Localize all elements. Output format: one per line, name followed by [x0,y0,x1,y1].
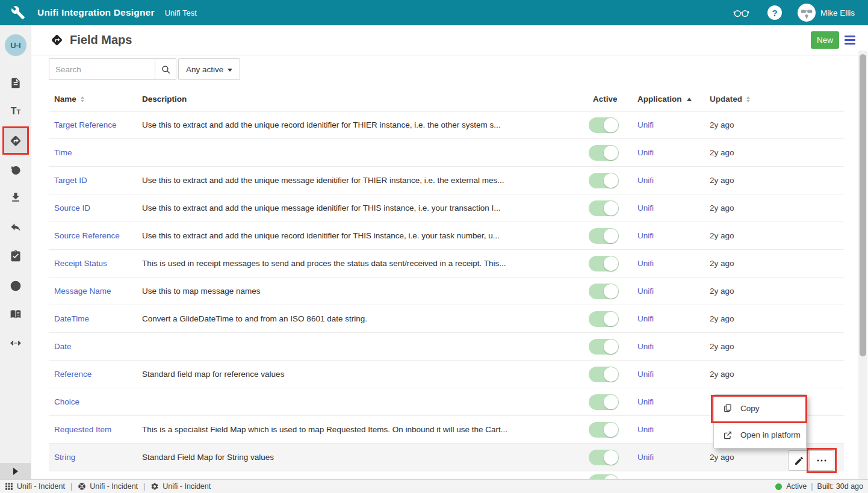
active-toggle[interactable] [589,339,619,355]
active-toggle[interactable] [589,256,619,271]
sidebar-expand-button[interactable] [0,463,31,479]
application-link[interactable]: Unifi [637,425,654,434]
table-header: Name Description Active Application Upda… [49,87,844,111]
context-menu: Copy Open in platform [713,394,807,448]
table-row: Source IDUse this to extract and add the… [49,194,844,222]
statusbar-app-2[interactable]: Unifi - Incident [78,482,138,491]
fieldmap-name-link[interactable]: Choice [54,397,79,406]
search-button[interactable] [155,58,176,80]
fieldmap-name-link[interactable]: Source ID [54,203,90,212]
user-name[interactable]: Mike Ellis [820,8,855,17]
updated-text: 2y ago [709,314,844,323]
column-header-name[interactable]: Name [49,95,142,104]
sort-icon [746,96,750,102]
application-link[interactable]: Unifi [637,259,654,268]
active-toggle[interactable] [589,394,619,410]
fieldmap-name-link[interactable]: Message Name [54,287,111,296]
application-link[interactable]: Unifi [637,231,654,240]
fieldmap-name-link[interactable]: Source Reference [54,231,120,240]
table-row: Receipt StatusThis is used in receipt me… [49,250,844,278]
column-header-updated[interactable]: Updated [709,95,844,104]
application-link[interactable]: Unifi [637,203,654,212]
fieldmap-name-link[interactable]: Target Reference [54,120,117,129]
active-toggle[interactable] [589,173,619,188]
filter-value: Any active [186,65,223,74]
application-link[interactable]: Unifi [637,370,654,379]
sidebar-item-replies[interactable] [4,215,28,239]
active-filter-dropdown[interactable]: Any active [178,58,240,80]
application-link[interactable]: Unifi [637,176,654,185]
statusbar-app-label: Unifi - Incident [90,482,138,491]
context-menu-item-open-in-platform[interactable]: Open in platform [714,421,806,448]
table-row: ReferenceStandard field map for referenc… [49,361,844,388]
user-avatar[interactable] [798,4,816,22]
fieldmap-description: Use this to extract and add the unique r… [142,231,589,240]
more-actions-button[interactable] [809,450,834,471]
fieldmap-description: This is used in receipt messages to send… [142,259,589,268]
sidebar-item-code[interactable] [4,331,28,355]
application-link[interactable]: Unifi [637,287,654,296]
sidebar-item-runs[interactable] [4,274,28,298]
expand-arrow-icon [13,468,18,475]
scrollbar-thumb[interactable] [860,54,866,356]
sidebar-item-docs[interactable] [4,302,28,326]
help-icon[interactable]: ? [767,5,782,20]
application-link[interactable]: Unifi [637,314,654,323]
statusbar-app-3[interactable]: Unifi - Incident [150,482,211,491]
fieldmap-name-link[interactable]: Reference [54,370,91,379]
table-row: Message NameUse this to map message name… [49,278,844,305]
active-toggle[interactable] [589,117,619,133]
active-toggle[interactable] [589,422,619,438]
fieldmap-name-link[interactable]: String [54,453,75,462]
application-link[interactable]: Unifi [637,397,654,406]
table-row: TimeUnifi2y ago [49,139,844,167]
search-input[interactable] [49,58,155,80]
history-icon [10,164,22,176]
column-header-active[interactable]: Active [589,95,633,104]
book-icon [10,308,22,320]
menu-icon[interactable] [845,36,855,45]
column-header-application[interactable]: Application [633,95,709,104]
fieldmap-name-link[interactable]: DateTime [54,314,89,323]
sidebar-item-downloads[interactable] [4,185,28,209]
workspace-avatar[interactable]: U-I [5,34,26,56]
active-toggle[interactable] [589,311,619,327]
application-link[interactable]: Unifi [637,342,654,351]
fieldmap-name-link[interactable]: Target ID [54,176,87,185]
ellipsis-icon [816,459,827,462]
sidebar-item-documents[interactable] [4,71,28,95]
column-header-description[interactable]: Description [142,95,589,104]
active-toggle[interactable] [589,145,619,161]
updated-text: 2y ago [709,203,844,212]
fieldmap-name-link[interactable]: Receipt Status [54,259,107,268]
sidebar-item-field-maps[interactable] [2,126,29,155]
application-link[interactable]: Unifi [637,120,654,129]
new-button[interactable]: New [811,31,839,49]
active-toggle[interactable] [589,284,619,299]
edit-button[interactable] [788,450,810,471]
sidebar-item-tasks[interactable] [4,244,28,268]
app-subtitle[interactable]: Unifi Test [165,8,197,17]
application-link[interactable]: Unifi [637,148,654,157]
context-menu-label: Copy [740,404,760,413]
fieldmap-name-link[interactable]: Requested Item [54,425,111,434]
fieldmap-name-link[interactable]: Date [54,342,72,351]
active-toggle[interactable] [589,474,619,479]
active-toggle[interactable] [589,200,619,216]
active-toggle[interactable] [589,367,619,382]
updated-text: 2y ago [709,231,844,240]
scrollbar-track[interactable] [858,51,867,479]
statusbar-app-1[interactable]: Unifi - Incident [5,482,65,491]
field-maps-title-icon [50,33,64,47]
context-menu-item-copy[interactable]: Copy [714,395,806,421]
fieldmap-name-link[interactable]: Time [54,148,72,157]
glasses-icon[interactable] [733,7,749,18]
status-bar: Unifi - Incident | Unifi - Incident | Un… [0,479,868,493]
grid-icon [5,482,13,491]
application-link[interactable]: Unifi [637,453,654,462]
sidebar-item-text[interactable]: TT [4,99,28,123]
active-toggle[interactable] [589,228,619,244]
sidebar-item-history[interactable] [4,158,28,182]
field-maps-icon [9,134,22,147]
active-toggle[interactable] [589,450,619,465]
